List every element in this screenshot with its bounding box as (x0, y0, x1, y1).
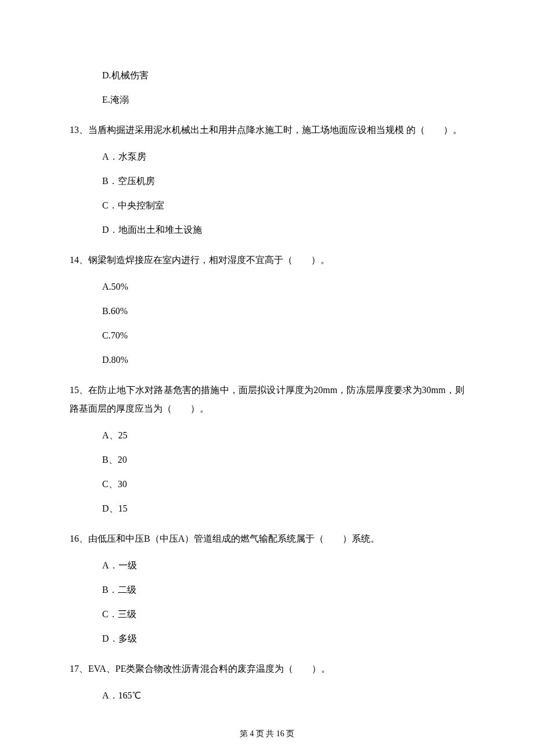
q16-option-d: D．多级 (70, 632, 464, 646)
q17-option-a: A．165℃ (70, 689, 464, 703)
prev-option-d: D.机械伤害 (70, 69, 464, 82)
q14-option-b: B.60% (70, 304, 464, 318)
page-footer: 第 4 页 共 16 页 (0, 728, 534, 740)
q15-option-b: B、20 (70, 453, 464, 467)
question-14: 14、钢梁制造焊接应在室内进行，相对湿度不宜高于（ ）。 (70, 251, 464, 269)
prev-option-e: E.淹溺 (70, 93, 464, 107)
question-17: 17、EVA、PE类聚合物改性沥青混合料的废弃温度为（ ）。 (70, 660, 464, 678)
q14-option-c: C.70% (70, 329, 464, 343)
page-container: D.机械伤害 E.淹溺 13、当盾构掘进采用泥水机械出土和用井点降水施工时，施工… (0, 0, 534, 756)
q13-option-a: A．水泵房 (70, 150, 464, 164)
question-13: 13、当盾构掘进采用泥水机械出土和用井点降水施工时，施工场地面应设相当规模 的（… (70, 121, 464, 139)
q14-option-a: A.50% (70, 280, 464, 294)
q15-option-c: C、30 (70, 477, 464, 491)
q15-option-a: A、25 (70, 429, 464, 442)
q16-option-c: C．三级 (70, 607, 464, 621)
q13-option-b: B．空压机房 (70, 174, 464, 188)
q16-option-a: A．一级 (70, 559, 464, 573)
q16-option-b: B．二级 (70, 583, 464, 597)
q15-option-d: D、15 (70, 502, 464, 516)
q14-option-d: D.80% (70, 353, 464, 367)
q13-option-d: D．地面出土和堆土设施 (70, 223, 464, 237)
question-15: 15、在防止地下水对路基危害的措施中，面层拟设计厚度为20mm，防冻层厚度要求为… (70, 381, 464, 418)
question-16: 16、由低压和中压B（中压A）管道组成的燃气输配系统属于（ ）系统。 (70, 530, 464, 548)
q13-option-c: C．中央控制室 (70, 199, 464, 213)
